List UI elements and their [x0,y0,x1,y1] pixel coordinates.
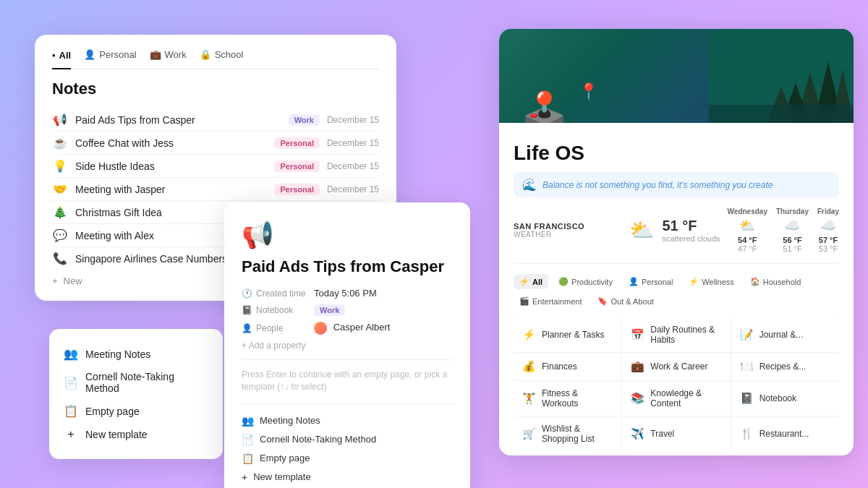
template-new[interactable]: + New template [64,423,208,446]
nav-tab-productivity[interactable]: 🟢 Productivity [553,274,618,289]
productivity-icon: 🟢 [558,277,569,286]
add-property-button[interactable]: + Add a property [242,341,453,351]
note-emoji: 💡 [52,159,68,173]
grid-item-finances[interactable]: 💰 Finances [514,353,621,380]
nav-tab-all[interactable]: ⚡ All [514,274,548,289]
weather-city: SAN FRANCISCO [514,222,622,231]
weather-day-wed: Wednesday ⛅ 54 °F 47 °F [728,207,767,253]
tab-all[interactable]: ▪ All [52,50,71,69]
note-emoji: 📢 [52,113,68,127]
fri-icon: ☁️ [817,218,839,234]
journal-icon: 📝 [740,328,754,341]
grid-item-daily[interactable]: 📅 Daily Routines & Habits [622,317,730,352]
lifeos-nav-tabs: ⚡ All 🟢 Productivity 👤 Personal ⚡ Wellne… [514,274,839,309]
list-item[interactable]: ☕ Coffee Chat with Jess Personal Decembe… [52,132,379,155]
template-empty-page[interactable]: 📋 Empty page [64,399,208,423]
lifeos-grid: ⚡ Planner & Tasks 📅 Daily Routines & Hab… [514,317,839,451]
tab-work[interactable]: 💼 Work [150,49,187,61]
templates-panel: 👥 Meeting Notes 📄 Cornell Note-Taking Me… [49,329,223,459]
joystick-emoji: 🕹️ [521,90,568,123]
template-cornell[interactable]: 📄 Cornell Note-Taking Method [64,366,208,399]
list-item[interactable]: 💡 Side Hustle Ideas Personal December 15 [52,155,379,178]
wed-icon: ⛅ [728,218,767,234]
thu-icon: ☁️ [776,218,809,234]
people-value: Casper Albert [314,322,390,335]
grid-item-travel[interactable]: ✈️ Travel [622,416,730,451]
weather-current: 51 °F scattered clouds [662,218,720,243]
quote-text: Balance is not something you find, it's … [542,180,773,190]
grid-item-fitness[interactable]: 🏋️ Fitness & Workouts [514,381,621,416]
plus-icon: + [242,471,247,483]
weather-emoji: ⛅ [629,218,655,242]
notebook-badge: Work [314,304,345,316]
weather-section: SAN FRANCISCO WEATHER ⛅ 51 °F scattered … [514,207,839,264]
note-date: December 15 [327,115,379,125]
grid-item-wishlist[interactable]: 🛒 Wishlist & Shopping List [514,416,621,451]
note-tag: Personal [274,137,319,149]
forest-svg [709,29,854,123]
detail-templates: 👥 Meeting Notes 📄 Cornell Note-Taking Me… [242,403,453,487]
personal-icon: 👤 [84,49,95,60]
detail-template-cornell[interactable]: 📄 Cornell Note-Taking Method [242,430,453,449]
detail-template-empty[interactable]: 📋 Empty page [242,449,453,468]
grid-item-notebook[interactable]: 📓 Notebook [731,381,839,416]
grid-item-restaurant[interactable]: 🍴 Restaurant... [731,416,839,451]
weather-desc: scattered clouds [662,234,720,243]
nav-tab-personal[interactable]: 👤 Personal [623,274,678,289]
empty-page-icon: 📋 [64,404,78,418]
template-meeting-notes[interactable]: 👥 Meeting Notes [64,342,208,366]
planner-icon: ⚡ [522,328,536,341]
daily-icon: 📅 [631,328,644,341]
outabout-icon: 🔖 [597,296,608,306]
lifeos-header-image: 📍 🕹️ [499,29,854,123]
detail-template-meeting[interactable]: 👥 Meeting Notes [242,411,453,430]
avatar [314,322,327,335]
restaurant-icon: 🍴 [740,427,754,440]
nav-tab-entertainment[interactable]: 🎬 Entertainment [514,294,587,309]
notes-heading: Notes [52,80,379,98]
list-item[interactable]: 📢 Paid Ads Tips from Casper Work Decembe… [52,108,379,132]
weather-forecast: Wednesday ⛅ 54 °F 47 °F Thursday ☁️ 56 °… [728,207,839,253]
meeting-notes-icon: 👥 [64,347,78,361]
created-time-label: 🕐 Created time [242,288,307,299]
hint-text: Press Enter to continue with an empty pa… [242,359,453,393]
grid-item-journal[interactable]: 📝 Journal &... [731,317,839,352]
detail-meta-created: 🕐 Created time Today 5:06 PM [242,288,453,299]
fitness-icon: 🏋️ [522,392,536,405]
person-icon: 👤 [242,323,252,333]
grid-item-planner[interactable]: ⚡ Planner & Tasks [514,317,621,352]
grid-item-knowledge[interactable]: 📚 Knowledge & Content [622,381,730,416]
nav-tab-household[interactable]: 🏠 Household [744,274,807,289]
note-date: December 15 [327,138,379,148]
lifeos-title: Life OS [514,142,839,165]
all-icon: ⚡ [519,277,529,286]
note-tag: Personal [274,184,319,195]
grid-item-work[interactable]: 💼 Work & Career [622,353,730,380]
note-date: December 15 [327,184,379,194]
grid-item-recipes[interactable]: 🍽️ Recipes &... [731,353,839,380]
created-time-value: Today 5:06 PM [314,288,377,299]
work-icon: 💼 [631,360,644,373]
tab-personal[interactable]: 👤 Personal [84,49,136,61]
note-tag: Personal [274,160,319,172]
plus-icon: + [52,275,58,286]
quote-icon: 🌊 [522,178,537,192]
detail-meta-notebook: 📓 Notebook Work [242,304,453,316]
people-label: 👤 People [242,323,307,333]
lifeos-body: Life OS 🌊 Balance is not something you f… [499,123,854,455]
notebook-label: 📓 Notebook [242,305,307,315]
travel-icon: ✈️ [631,427,644,440]
weather-label: WEATHER [514,231,622,239]
cornell-icon: 📄 [242,434,254,445]
nav-tab-outabout[interactable]: 🔖 Out & About [592,294,659,309]
note-name: Paid Ads Tips from Casper [75,114,289,126]
note-name: Coffee Chat with Jess [75,137,274,149]
tab-school[interactable]: 🔒 School [200,49,244,61]
note-emoji: 🎄 [52,205,68,219]
detail-template-new[interactable]: + New template [242,468,453,487]
meeting-icon: 👥 [242,415,254,427]
weather-day-thu: Thursday ☁️ 56 °F 51 °F [776,207,809,253]
nav-tab-wellness[interactable]: ⚡ Wellness [683,274,739,289]
detail-emoji: 📢 [242,220,453,250]
list-item[interactable]: 🤝 Meeting with Jasper Personal December … [52,178,379,201]
